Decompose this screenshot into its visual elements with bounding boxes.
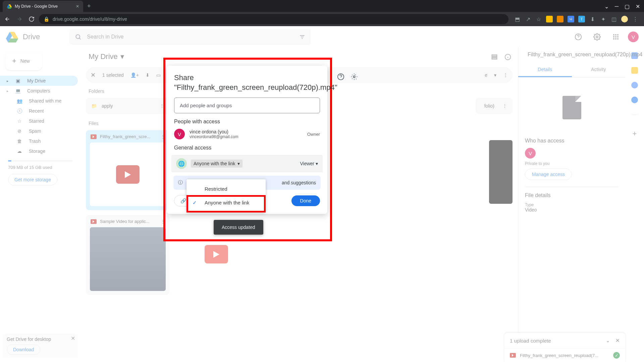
info-icon: ⓘ xyxy=(178,180,183,186)
toast-message: Access updated xyxy=(214,220,263,235)
forward-button[interactable] xyxy=(15,14,24,24)
browser-menu-icon[interactable]: ⋮ xyxy=(632,16,639,22)
person-role: Owner xyxy=(307,132,320,137)
caret-down-icon: ▾ xyxy=(316,161,318,166)
browser-chrome: ⌄ ─ ▢ ✕ My Drive - Google Drive ✕ + 🔒 dr… xyxy=(0,0,644,26)
person-avatar: V xyxy=(174,129,185,139)
settings-icon[interactable] xyxy=(351,73,358,80)
extension-icon[interactable] xyxy=(557,16,564,22)
person-row: V vince ordona (you) vinceordona98@gmail… xyxy=(174,129,320,139)
dropdown-option-restricted[interactable]: Restricted xyxy=(186,182,266,196)
url-text: drive.google.com/drive/u/8/my-drive xyxy=(53,16,127,22)
person-email: vinceordona98@gmail.com xyxy=(190,134,238,139)
download-status-icon[interactable]: ⬇ xyxy=(589,16,596,22)
window-controls: ⌄ ─ ▢ ✕ xyxy=(600,3,644,10)
add-people-input[interactable]: Add people and groups xyxy=(174,98,320,113)
people-with-access-heading: People with access xyxy=(174,119,320,125)
general-access-row: 🌐 Anyone with the link ▾ Viewer ▾ xyxy=(171,155,323,172)
browser-tab[interactable]: My Drive - Google Drive ✕ xyxy=(3,1,83,12)
globe-icon: 🌐 xyxy=(176,158,187,169)
extensions-menu-icon[interactable]: ✦ xyxy=(600,16,606,22)
install-icon[interactable]: ⬒ xyxy=(514,16,521,22)
lock-icon: 🔒 xyxy=(44,16,49,22)
role-select[interactable]: Viewer ▾ xyxy=(300,161,318,166)
access-scope-select[interactable]: Anyone with the link ▾ xyxy=(191,160,243,168)
url-bar[interactable]: 🔒 drive.google.com/drive/u/8/my-drive xyxy=(39,14,508,24)
extension-icon[interactable]: H xyxy=(568,16,574,22)
new-tab-button[interactable]: + xyxy=(83,3,95,10)
role-label: Viewer xyxy=(300,161,314,166)
done-button[interactable]: Done xyxy=(291,195,320,206)
extension-icon[interactable] xyxy=(546,16,553,22)
close-tab-icon[interactable]: ✕ xyxy=(76,4,79,9)
person-name: vince ordona (you) xyxy=(190,129,238,134)
sidepanel-icon[interactable]: ◫ xyxy=(610,16,617,22)
profile-avatar[interactable] xyxy=(621,16,628,22)
tab-title: My Drive - Google Drive xyxy=(15,4,58,9)
general-access-heading: General access xyxy=(174,145,320,151)
chevron-down-icon[interactable]: ⌄ xyxy=(604,3,609,10)
reload-button[interactable] xyxy=(27,14,36,24)
back-button[interactable] xyxy=(3,14,12,24)
link-icon: 🔗 xyxy=(180,198,186,203)
maximize-icon[interactable]: ▢ xyxy=(625,3,630,10)
bookmark-icon[interactable]: ☆ xyxy=(535,16,542,22)
drive-favicon-icon xyxy=(7,4,12,9)
close-window-icon[interactable]: ✕ xyxy=(636,3,640,10)
caret-down-icon: ▾ xyxy=(237,161,240,166)
minimize-icon[interactable]: ─ xyxy=(615,3,619,10)
share-page-icon[interactable]: ↗ xyxy=(525,16,531,22)
annotation-box xyxy=(186,195,266,213)
help-icon[interactable] xyxy=(337,73,344,80)
extension-icon[interactable]: T xyxy=(578,16,585,22)
access-scope-label: Anyone with the link xyxy=(194,161,235,166)
dialog-title: Share "Filthy_frank_green_screen_reuploa… xyxy=(174,73,337,92)
svg-point-17 xyxy=(354,76,356,78)
